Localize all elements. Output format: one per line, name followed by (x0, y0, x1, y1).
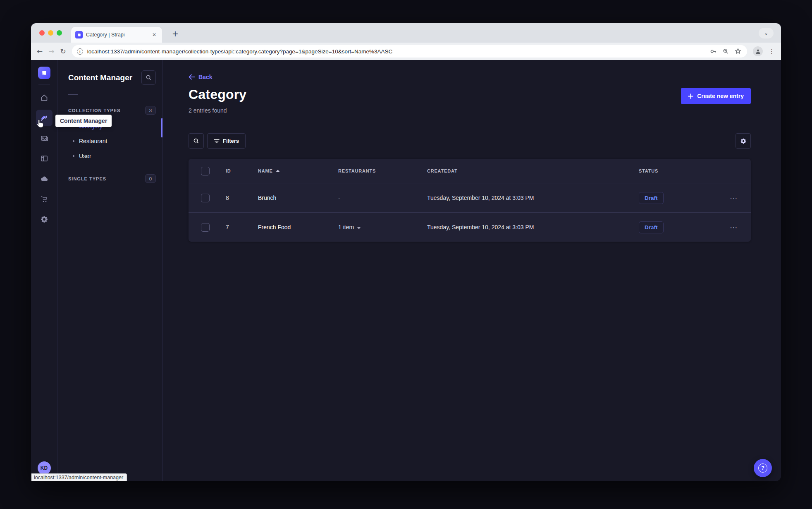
collection-types-count-badge: 3 (145, 106, 156, 115)
bullet-icon (73, 140, 74, 142)
filters-label: Filters (223, 138, 239, 144)
rail-divider (38, 84, 50, 84)
column-header-name[interactable]: NAME (254, 168, 334, 173)
cell-name: French Food (254, 224, 334, 230)
column-header-id[interactable]: ID (222, 168, 254, 173)
bookmark-star-icon[interactable] (734, 47, 742, 55)
cell-name: Brunch (254, 194, 334, 201)
strapi-logo-icon[interactable] (38, 67, 50, 79)
sidebar-item-user[interactable]: User (68, 149, 156, 163)
nav-cloud-icon[interactable] (36, 170, 53, 187)
cell-id: 7 (222, 224, 254, 230)
bullet-icon (73, 155, 74, 157)
create-new-entry-label: Create new entry (697, 93, 744, 99)
browser-tab[interactable]: Category | Strapi ✕ (71, 27, 162, 43)
browser-tab-strip: Category | Strapi ✕ + ⌄ (31, 23, 781, 43)
subnav-scroll-indicator (161, 118, 162, 137)
create-new-entry-button[interactable]: Create new entry (681, 88, 751, 104)
browser-profile-icon[interactable] (753, 46, 763, 56)
browser-menu-icon[interactable]: ⋮ (769, 48, 775, 55)
column-header-createdat[interactable]: CREATEDAT (423, 168, 635, 173)
back-label: Back (198, 74, 212, 80)
arrow-left-icon (189, 74, 195, 80)
url-bar[interactable]: i localhost:1337/admin/content-manager/c… (72, 45, 747, 58)
sort-ascending-icon (276, 170, 280, 172)
tab-search-chevron-icon[interactable]: ⌄ (759, 28, 774, 38)
main-content: Back Category Create new entry 2 entries… (163, 60, 781, 481)
user-avatar[interactable]: KD (38, 461, 51, 475)
gear-icon (740, 138, 747, 144)
cell-restaurants: - (334, 194, 423, 201)
table-header-row: ID NAME RESTAURANTS CREATEDAT STATUS (189, 159, 751, 183)
reload-icon[interactable]: ↻ (60, 47, 66, 55)
status-badge: Draft (639, 192, 664, 204)
chevron-down-icon (357, 227, 361, 229)
select-all-checkbox[interactable] (201, 167, 210, 175)
browser-toolbar: ← → ↻ i localhost:1337/admin/content-man… (31, 43, 781, 60)
tab-close-icon[interactable]: ✕ (150, 31, 158, 38)
entries-table: ID NAME RESTAURANTS CREATEDAT STATUS 8 B… (189, 159, 751, 242)
table-row[interactable]: 8 Brunch - Tuesday, September 10, 2024 a… (189, 183, 751, 212)
cell-createdat: Tuesday, September 10, 2024 at 3:03 PM (423, 194, 635, 201)
row-checkbox[interactable] (201, 223, 210, 232)
subnav-divider (68, 94, 78, 95)
nav-home-icon[interactable] (36, 89, 53, 106)
content-manager-tooltip: Content Manager (55, 115, 112, 127)
collection-types-label: COLLECTION TYPES (68, 108, 121, 113)
cell-id: 8 (222, 194, 254, 201)
collection-types-section-header: COLLECTION TYPES 3 (68, 106, 156, 115)
browser-window: Category | Strapi ✕ + ⌄ ← → ↻ i localhos… (31, 23, 781, 481)
nav-media-library-icon[interactable] (36, 130, 53, 146)
row-actions-menu-icon[interactable]: ⋯ (713, 223, 751, 232)
forward-nav-icon[interactable]: → (48, 47, 54, 55)
mouse-cursor-hand-icon (36, 119, 45, 129)
table-search-button[interactable] (189, 133, 204, 149)
back-link[interactable]: Back (189, 74, 212, 80)
nav-content-type-builder-icon[interactable] (36, 150, 53, 167)
row-checkbox[interactable] (201, 194, 210, 202)
site-info-icon[interactable]: i (77, 48, 83, 55)
strapi-favicon-icon (75, 31, 83, 38)
question-mark-icon: ? (758, 463, 767, 473)
tab-title: Category | Strapi (86, 32, 147, 38)
filter-icon (214, 139, 220, 144)
subnav-title: Content Manager (68, 73, 132, 82)
view-settings-button[interactable] (736, 133, 751, 149)
single-types-count-badge: 0 (145, 174, 156, 183)
desktop: { "browser": { "tab_title": "Category | … (0, 0, 812, 509)
column-header-restaurants[interactable]: RESTAURANTS (334, 168, 423, 173)
cell-restaurants[interactable]: 1 item (334, 224, 423, 230)
close-window-button[interactable] (39, 30, 45, 36)
row-actions-menu-icon[interactable]: ⋯ (713, 193, 751, 202)
single-types-label: SINGLE TYPES (68, 176, 106, 181)
password-key-icon[interactable] (709, 47, 717, 55)
sidebar-item-restaurant[interactable]: Restaurant (68, 134, 156, 149)
plus-icon (688, 94, 693, 99)
maximize-window-button[interactable] (57, 30, 62, 36)
filters-button[interactable]: Filters (207, 133, 246, 149)
entries-count: 2 entries found (189, 107, 751, 114)
search-icon (193, 138, 199, 144)
new-tab-button[interactable]: + (170, 29, 181, 38)
table-row[interactable]: 7 French Food 1 item Tuesday, September … (189, 212, 751, 242)
url-text[interactable]: localhost:1337/admin/content-manager/col… (87, 48, 705, 55)
strapi-app: KD Content Manager COLLECTION TYPES 3 Ca… (31, 60, 781, 481)
nav-settings-icon[interactable] (36, 211, 53, 228)
minimize-window-button[interactable] (48, 30, 53, 36)
column-header-status[interactable]: STATUS (635, 168, 713, 173)
link-preview-status-bar: localhost:1337/admin/content-manager (31, 473, 127, 481)
zoom-page-icon[interactable] (721, 47, 730, 55)
page-title: Category (189, 87, 246, 102)
single-types-section-header: SINGLE TYPES 0 (68, 174, 156, 183)
nav-marketplace-icon[interactable] (36, 191, 53, 207)
status-badge: Draft (639, 221, 664, 233)
cell-createdat: Tuesday, September 10, 2024 at 3:03 PM (423, 224, 635, 230)
sidebar-item-label: Restaurant (79, 138, 107, 144)
window-controls (39, 30, 62, 36)
back-nav-icon[interactable]: ← (37, 47, 43, 55)
help-button[interactable]: ? (754, 459, 772, 477)
subnav-search-button[interactable] (141, 70, 156, 85)
sidebar-item-label: User (79, 153, 91, 159)
